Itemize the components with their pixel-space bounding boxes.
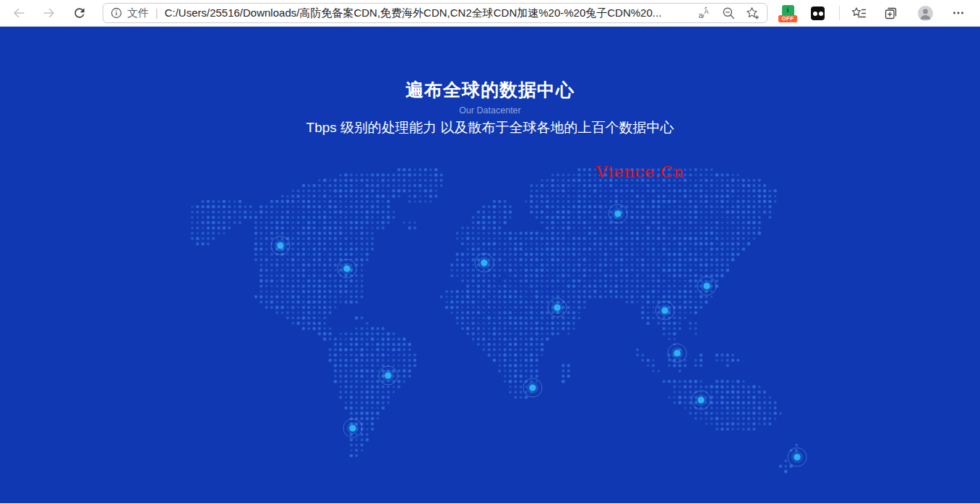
refresh-button[interactable] <box>69 3 90 23</box>
dark-reader-extension-button[interactable] <box>811 6 825 20</box>
translate-button[interactable]: a A <box>698 6 711 19</box>
forward-button[interactable] <box>39 3 59 23</box>
back-button[interactable] <box>9 3 29 23</box>
profile-button[interactable] <box>915 3 935 23</box>
zoom-button[interactable] <box>722 6 735 19</box>
collections-button[interactable] <box>880 3 901 23</box>
toolbar-separator <box>839 6 840 20</box>
page-info-button[interactable] <box>111 7 122 19</box>
address-bar[interactable]: 文件 | C:/Users/25516/Downloads/高防免备案CDN,免… <box>103 3 768 23</box>
info-icon <box>111 7 122 19</box>
world-map: Vience.Cn <box>184 162 820 479</box>
dark-reader-eye-left <box>813 12 817 16</box>
url-separator: | <box>155 7 158 19</box>
page-subtitle: Our Datacenter <box>0 105 980 116</box>
url-scheme-label: 文件 <box>127 6 149 20</box>
ellipsis-icon <box>951 6 966 20</box>
svg-text:a: a <box>699 11 704 19</box>
back-icon <box>11 5 27 21</box>
page-description: Tbps 级别的处理能力 以及散布于全球各地的上百个数据中心 <box>0 118 980 137</box>
refresh-icon <box>72 6 87 20</box>
datacenter-marker <box>609 204 627 223</box>
svg-text:A: A <box>705 8 709 15</box>
settings-menu-button[interactable] <box>948 3 968 23</box>
translate-icon: a A <box>698 6 711 19</box>
favorites-bar-button[interactable] <box>848 3 869 23</box>
forward-icon <box>41 5 57 21</box>
url-text: C:/Users/25516/Downloads/高防免备案CDN,免费海外CD… <box>165 6 692 20</box>
page-section: 遍布全球的数据中心 Our Datacenter Tbps 级别的处理能力 以及… <box>0 27 980 503</box>
datacenter-marker <box>271 236 290 255</box>
zoom-out-magnifier-icon <box>722 6 735 19</box>
profile-avatar <box>918 6 933 21</box>
page-title: 遍布全球的数据中心 <box>0 78 980 102</box>
add-favorite-button[interactable] <box>746 6 760 20</box>
datacenter-marker <box>668 344 687 362</box>
idm-extension-button[interactable]: i OFF <box>781 5 795 21</box>
favorites-star-list-icon <box>851 6 867 21</box>
collections-icon <box>883 6 898 21</box>
extension-off-badge: OFF <box>778 15 797 22</box>
world-dot-map <box>184 162 820 479</box>
browser-toolbar: 文件 | C:/Users/25516/Downloads/高防免备案CDN,免… <box>0 0 980 27</box>
dark-reader-eye-right <box>819 12 823 16</box>
idm-letter: i <box>786 5 788 14</box>
watermark: Vience.Cn <box>596 163 684 181</box>
add-favorite-star-icon <box>746 6 760 20</box>
